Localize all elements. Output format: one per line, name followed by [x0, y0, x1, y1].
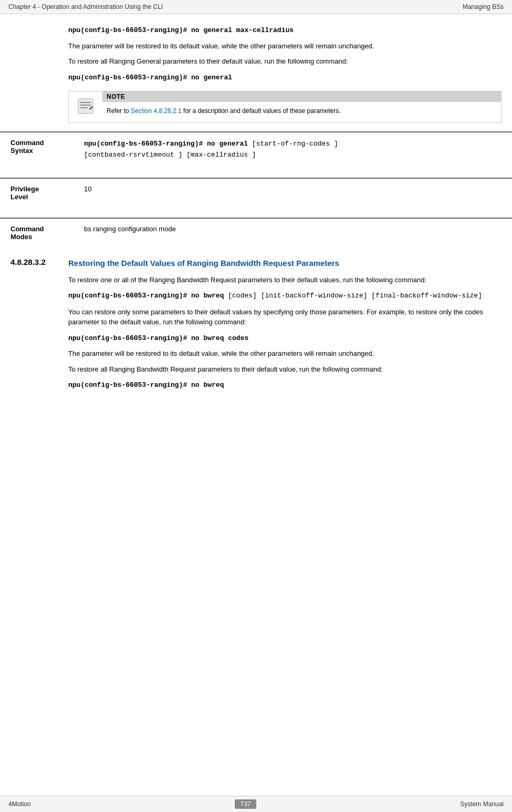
privilege-value: 10: [79, 179, 512, 207]
note-text-after: for a description and default values of …: [182, 107, 341, 115]
command3-bold: npu(config-bs-66053-ranging)# no bwreq: [68, 292, 224, 300]
privilege-level-section: PrivilegeLevel 10: [0, 178, 512, 207]
command1-paragraph: npu(config-bs-66053-ranging)# no general…: [68, 25, 501, 36]
paragraph6: To restore all Ranging Bandwidth Request…: [68, 364, 501, 375]
header-right: Managing BSs: [463, 3, 504, 11]
section-heading: 4.8.28.3.2 Restoring the Default Values …: [0, 258, 512, 269]
paragraph4: You can restore only some parameters to …: [68, 307, 501, 327]
command-modes-section: CommandModes bs ranging configuration mo…: [0, 218, 512, 247]
note-header-label: NOTE: [102, 91, 501, 102]
syntax-label: CommandSyntax: [11, 132, 79, 167]
command5-paragraph: npu(config-bs-66053-ranging)# no bwreq: [68, 379, 501, 390]
syntax-command-bold: npu(config-bs-66053-ranging)# no general: [84, 140, 248, 148]
note-text-before: Refer to: [107, 107, 131, 115]
footer-left: 4Motion: [8, 800, 31, 808]
footer-page-number: 737: [235, 799, 256, 809]
svg-rect-3: [80, 107, 88, 108]
note-icon-area: [69, 91, 102, 122]
syntax-value: npu(config-bs-66053-ranging)# no general…: [79, 132, 512, 167]
note-pencil-icon: [76, 97, 95, 116]
svg-rect-0: [78, 99, 93, 114]
note-link[interactable]: Section 4.8.28.2.1: [131, 107, 182, 115]
command3-rest: [codes] [init-backoff-window-size] [fina…: [224, 292, 482, 300]
paragraph3: To restore one or all of the Ranging Ban…: [68, 275, 501, 285]
command3-paragraph: npu(config-bs-66053-ranging)# no bwreq […: [68, 290, 501, 302]
paragraph2: To restore all Ranging General parameter…: [68, 56, 501, 67]
note-content: NOTE Refer to Section 4.8.28.2.1 for a d…: [102, 91, 501, 120]
note-body: Refer to Section 4.8.28.2.1 for a descri…: [102, 102, 501, 120]
command1-bold: npu(config-bs-66053-ranging)# no general…: [68, 26, 294, 34]
paragraph5: The parameter will be restored to its de…: [68, 348, 501, 359]
svg-rect-1: [80, 102, 91, 103]
page-footer: 4Motion 737 System Manual: [0, 796, 512, 812]
command4-bold: npu(config-bs-66053-ranging)# no bwreq c…: [68, 334, 248, 342]
section-number: 4.8.28.3.2: [11, 258, 68, 266]
privilege-label: PrivilegeLevel: [11, 179, 79, 207]
footer-right: System Manual: [460, 800, 504, 808]
svg-rect-2: [80, 105, 91, 106]
command2-paragraph: npu(config-bs-66053-ranging)# no general: [68, 72, 501, 83]
command4-paragraph: npu(config-bs-66053-ranging)# no bwreq c…: [68, 333, 501, 344]
section-title: Restoring the Default Values of Ranging …: [68, 258, 339, 269]
command2-bold: npu(config-bs-66053-ranging)# no general: [68, 74, 232, 81]
command-syntax-section: CommandSyntax npu(config-bs-66053-rangin…: [0, 131, 512, 167]
page-header: Chapter 4 - Operation and Administration…: [0, 0, 512, 14]
command5-bold: npu(config-bs-66053-ranging)# no bwreq: [68, 381, 224, 389]
page-content: npu(config-bs-66053-ranging)# no general…: [0, 14, 512, 427]
header-left: Chapter 4 - Operation and Administration…: [8, 3, 163, 11]
content-area: npu(config-bs-66053-ranging)# no general…: [0, 25, 512, 123]
note-box: NOTE Refer to Section 4.8.28.2.1 for a d…: [68, 91, 501, 123]
content-area-2: To restore one or all of the Ranging Ban…: [0, 275, 512, 390]
paragraph1: The parameter will be restored to its de…: [68, 41, 501, 52]
modes-value: bs ranging configuration mode: [79, 219, 512, 247]
modes-label: CommandModes: [11, 219, 79, 247]
